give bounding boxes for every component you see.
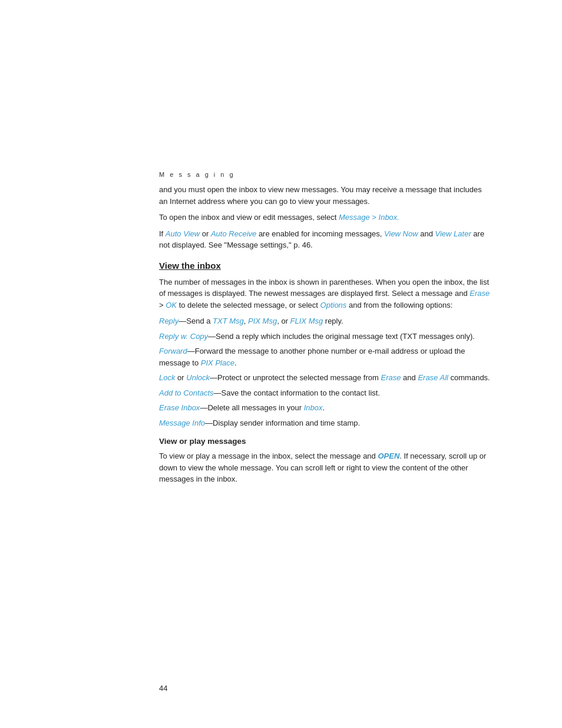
message-info-link[interactable]: Message Info xyxy=(159,419,205,427)
erase-inbox-text: —Delete all messages in your xyxy=(200,403,303,412)
erase-inbox-link[interactable]: Erase Inbox xyxy=(159,403,200,412)
add-to-contacts-link[interactable]: Add to Contacts xyxy=(159,388,214,397)
forward-link[interactable]: Forward xyxy=(159,347,187,355)
option-message-info: Message Info—Display sender information … xyxy=(159,417,491,429)
view-now-link[interactable]: View Now xyxy=(384,229,418,238)
intro-para-1: and you must open the inbox to view new … xyxy=(159,184,491,207)
and-text: and xyxy=(418,229,435,238)
option-forward: Forward—Forward the message to another p… xyxy=(159,345,491,368)
section-intro: The number of messages in the inbox is s… xyxy=(159,276,491,311)
option-reply-copy: Reply w. Copy—Send a reply which include… xyxy=(159,331,491,342)
erase-link-2[interactable]: Erase xyxy=(381,373,401,382)
reply-w-copy-link[interactable]: Reply w. Copy xyxy=(159,332,208,341)
if-text: If xyxy=(159,229,166,238)
message-inbox-link[interactable]: Message > Inbox. xyxy=(339,213,399,222)
reply-link[interactable]: Reply xyxy=(159,317,178,325)
view-inbox-heading: View the inbox xyxy=(159,261,491,271)
add-contacts-text: —Save the contact information to the con… xyxy=(214,388,381,397)
message-info-text: —Display sender information and time sta… xyxy=(205,419,360,427)
reply-suffix: reply. xyxy=(323,317,343,325)
auto-receive-link[interactable]: Auto Receive xyxy=(211,229,256,238)
commands-text: commands. xyxy=(448,373,490,382)
txt-msg-link[interactable]: TXT Msg xyxy=(213,317,244,325)
pix-place-link[interactable]: PIX Place xyxy=(201,358,234,367)
reply-copy-text: —Send a reply which includes the origina… xyxy=(208,332,475,341)
option-lock-unlock: Lock or Unlock—Protect or unprotect the … xyxy=(159,372,491,384)
options-link[interactable]: Options xyxy=(320,301,347,309)
section-intro-text: The number of messages in the inbox is s… xyxy=(159,278,489,298)
view-later-link[interactable]: View Later xyxy=(435,229,471,238)
intro-para-2: To open the inbox and view or edit messa… xyxy=(159,212,491,223)
erase-inbox-period: . xyxy=(323,403,325,412)
section-label: M e s s a g i n g xyxy=(159,171,491,178)
intro-text-1: and you must open the inbox to view new … xyxy=(159,185,482,206)
page-number: 44 xyxy=(159,684,167,693)
and-from-text: and from the following options: xyxy=(346,301,452,309)
gt-ok: > xyxy=(159,301,166,309)
lock-link[interactable]: Lock xyxy=(159,373,175,382)
option-reply: Reply—Send a TXT Msg, PIX Msg, or FLIX M… xyxy=(159,315,491,327)
intro-para-3: If Auto View or Auto Receive are enabled… xyxy=(159,228,491,251)
view-play-heading: View or play messages xyxy=(159,437,491,446)
pix-msg-link[interactable]: PIX Msg xyxy=(248,317,277,325)
content-area: M e s s a g i n g and you must open the … xyxy=(159,0,491,485)
and-text-2: and xyxy=(401,373,418,382)
page: M e s s a g i n g and you must open the … xyxy=(0,0,562,728)
subsection-text-1: To view or play a message in the inbox, … xyxy=(159,452,378,460)
subsection-para: To view or play a message in the inbox, … xyxy=(159,450,491,485)
reply-text: —Send a xyxy=(178,317,213,325)
option-add-contacts: Add to Contacts—Save the contact informa… xyxy=(159,387,491,399)
option-erase-inbox: Erase Inbox—Delete all messages in your … xyxy=(159,402,491,414)
enabled-text: are enabled for incoming messages, xyxy=(256,229,384,238)
erase-link[interactable]: Erase xyxy=(470,289,490,298)
auto-view-link[interactable]: Auto View xyxy=(166,229,200,238)
lock-text: —Protect or unprotect the selected messa… xyxy=(210,373,381,382)
unlock-link[interactable]: Unlock xyxy=(186,373,210,382)
comma-2: , or xyxy=(277,317,290,325)
or-text-1: or xyxy=(200,229,211,238)
inbox-link[interactable]: Inbox xyxy=(304,403,323,412)
forward-period: . xyxy=(234,358,237,367)
ok-link[interactable]: OK xyxy=(166,301,177,309)
erase-all-link[interactable]: Erase All xyxy=(418,373,448,382)
flix-msg-link[interactable]: FLIX Msg xyxy=(290,317,323,325)
comma-1: , xyxy=(244,317,248,325)
open-link[interactable]: OPEN xyxy=(378,452,399,460)
or-text: or xyxy=(175,373,186,382)
to-delete-text: to delete the selected message, or selec… xyxy=(177,301,320,309)
intro-text-2: To open the inbox and view or edit messa… xyxy=(159,213,339,222)
